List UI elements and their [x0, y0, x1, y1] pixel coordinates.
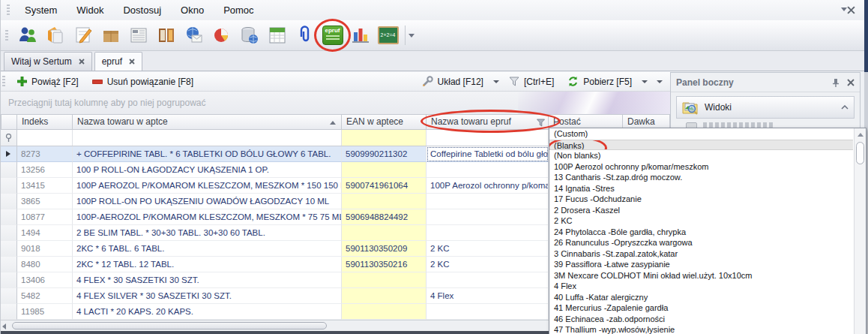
- cell-indeks[interactable]: 13415: [17, 178, 73, 194]
- cell-nazwa[interactable]: 100 P ROLL-ON ŁAGODZACY UKĄSZENIA 1 OP.: [73, 162, 342, 178]
- filter-dropdown-item[interactable]: 17 Fucus -Odchudzanie: [549, 194, 853, 205]
- cell-epruf[interactable]: 2 KC: [427, 241, 549, 257]
- filter-dropdown-item[interactable]: 3M Nexcare COLDHOT Mini okład wiel.użyt.…: [549, 270, 853, 281]
- documents-icon[interactable]: [41, 22, 69, 49]
- tab-close-icon[interactable]: [79, 59, 85, 65]
- cell-ean[interactable]: 5901130350209: [342, 241, 427, 257]
- cell-ean[interactable]: [342, 194, 427, 209]
- cell-indeks[interactable]: 13406: [17, 272, 73, 288]
- cell-indeks[interactable]: 5482: [17, 288, 73, 304]
- views-group-button[interactable]: Widoki: [676, 96, 855, 119]
- dropdown-scrollbar[interactable]: [854, 128, 866, 334]
- scroll-left-arrow-icon[interactable]: [2, 323, 6, 329]
- filter-dropdown-item[interactable]: (Custom): [549, 128, 853, 140]
- cell-indeks[interactable]: 8273: [17, 146, 73, 162]
- cell-nazwa[interactable]: 2 BE SLIM TABL. * 30+30 TABL. 30+30 60 T…: [73, 225, 342, 241]
- package-icon[interactable]: [97, 22, 124, 49]
- cell-indeks[interactable]: 8480: [17, 257, 73, 272]
- cell-ean[interactable]: [342, 288, 427, 304]
- pie-chart-icon[interactable]: [208, 22, 235, 49]
- bar-chart-icon[interactable]: [346, 22, 374, 49]
- side-panel-close-icon[interactable]: [847, 79, 855, 86]
- cell-epruf[interactable]: [427, 194, 549, 209]
- cell-nazwa[interactable]: + COFFEPIRINE TABL. * 6 TABLETKI OD BÓLU…: [73, 146, 342, 162]
- filter-dropdown-item[interactable]: 14 Ignatia -Stres: [549, 183, 853, 194]
- newspaper-icon[interactable]: [124, 22, 152, 49]
- toolbar-grip[interactable]: [5, 30, 8, 41]
- column-header-indeks[interactable]: Indeks: [17, 114, 73, 130]
- filter-dropdown-item[interactable]: 39 Passiflora -Łatwe zasypianie: [549, 259, 853, 270]
- column-header-ean-w-aptece[interactable]: EAN w aptece: [342, 114, 427, 130]
- layout-button[interactable]: Układ [F12]: [415, 74, 490, 90]
- filter-dropdown-item[interactable]: 4 Flex: [549, 281, 853, 292]
- menubar-overflow-arrow-icon[interactable]: [841, 8, 847, 11]
- epruf-icon[interactable]: epruf: [319, 22, 346, 49]
- database-globe-icon[interactable]: [235, 22, 263, 49]
- cell-ean[interactable]: [342, 162, 427, 178]
- column-header-nazwa-towaru-epruf[interactable]: Nazwa towaru epruf: [427, 114, 549, 130]
- document-tab[interactable]: epruf: [94, 52, 142, 71]
- fetch-dropdown-arrow-icon[interactable]: [642, 80, 648, 83]
- cell-ean[interactable]: 5900741961064: [342, 178, 427, 194]
- cell-ean[interactable]: 5909990211302: [342, 146, 427, 162]
- cell-indeks[interactable]: 11985: [17, 304, 73, 320]
- pin-icon[interactable]: [832, 78, 840, 87]
- tabstrip-close-icon[interactable]: [847, 6, 855, 14]
- cell-nazwa[interactable]: 100P AEROZOL P/KOMAROM KLESZCZOM, MESZKO…: [73, 178, 342, 194]
- cell-epruf[interactable]: [427, 209, 549, 225]
- catalog-icon[interactable]: [152, 22, 180, 49]
- filter-cell-ean[interactable]: [342, 130, 427, 146]
- cell-indeks[interactable]: 1494: [17, 225, 73, 241]
- filter-dropdown-item[interactable]: 24 Phytolacca -Bóle gardła, chrypka: [549, 227, 853, 238]
- filter-dropdown-item[interactable]: 40 Luffa -Katar alergiczny: [549, 292, 853, 303]
- cell-ean[interactable]: [342, 272, 427, 288]
- filter-dropdown-item[interactable]: 3 Cinnabaris -St.zapal.zatok,katar: [549, 248, 853, 260]
- toolbar-grip[interactable]: [7, 5, 10, 16]
- cell-epruf[interactable]: Coffepirine Tabletki od bólu głow: [427, 146, 549, 162]
- filter-cell-indeks[interactable]: [17, 130, 73, 146]
- cell-indeks[interactable]: 9018: [17, 241, 73, 257]
- cell-nazwa[interactable]: 100P-AEROZOL P/KOMAROM KLESZCZOM, MESZKO…: [73, 209, 342, 225]
- filter-dropdown-item[interactable]: (Blanks): [549, 140, 853, 151]
- menu-item[interactable]: Pomoc: [214, 2, 263, 19]
- filter-dropdown-item[interactable]: 2 Drosera -Kaszel: [549, 205, 853, 216]
- fetch-button[interactable]: Pobierz [F5]: [561, 74, 639, 90]
- cell-indeks[interactable]: 3865: [17, 194, 73, 209]
- unlink-button[interactable]: Usuń powiązanie [F8]: [85, 74, 200, 90]
- menu-item[interactable]: Okno: [171, 2, 214, 19]
- link-button[interactable]: Powiąż [F2]: [10, 74, 85, 90]
- layout-dropdown-arrow-icon[interactable]: [493, 80, 499, 83]
- notes-icon[interactable]: [69, 22, 97, 49]
- horizontal-scrollbar-thumb[interactable]: [12, 322, 327, 329]
- toolbar-overflow-arrow-icon[interactable]: [409, 34, 415, 38]
- filter-dropdown-item[interactable]: 26 Ranunculus -Opryszczka wargowa: [549, 237, 853, 248]
- cell-nazwa[interactable]: 4 FLEX * 30 SASZETKI 30 SZT.: [73, 272, 342, 288]
- cell-epruf[interactable]: 4 Flex: [427, 288, 549, 304]
- filter-cell-epruf[interactable]: [427, 130, 549, 146]
- scroll-up-arrow-icon[interactable]: [858, 133, 864, 137]
- cell-ean[interactable]: [342, 225, 427, 241]
- cell-indeks[interactable]: 13256: [17, 162, 73, 178]
- filter-dropdown-item[interactable]: (Non blanks): [549, 150, 853, 161]
- filter-button[interactable]: [Ctrl+E]: [502, 74, 561, 90]
- cmdbar-overflow-arrow-icon[interactable]: [657, 80, 663, 83]
- users-icon[interactable]: [13, 22, 41, 49]
- menu-item[interactable]: System: [15, 2, 67, 19]
- calendar-icon[interactable]: [263, 22, 291, 49]
- cell-nazwa[interactable]: 4 LACTI * 20 KAPS. 20 KAPS.: [73, 304, 342, 320]
- filter-cell-nazwa[interactable]: [73, 130, 342, 146]
- cell-ean[interactable]: 5901130350216: [342, 257, 427, 272]
- cell-nazwa[interactable]: 2KC * 6 TABL. 6 TABL.: [73, 241, 342, 257]
- filter-dropdown-item[interactable]: 47 Thallium -wyp.włosów,łysienie: [549, 324, 853, 334]
- cell-nazwa[interactable]: 4 FLEX SILVER * 30 SASZETKI 30 SZT.: [73, 288, 342, 304]
- cell-nazwa[interactable]: 100P ROLL-ON PO UKĄSZENIU OWADÓW ŁAGODZA…: [73, 194, 342, 209]
- cell-nazwa[interactable]: 2KC * 12 TABL. 12 TABL.: [73, 257, 342, 272]
- blackboard-icon[interactable]: 2+2=4: [374, 22, 402, 49]
- cell-epruf[interactable]: [427, 162, 549, 178]
- mail-globe-icon[interactable]: [180, 22, 208, 49]
- cell-epruf[interactable]: [427, 272, 549, 288]
- cell-ean[interactable]: 5906948824492: [342, 209, 427, 225]
- cell-indeks[interactable]: 10877: [17, 209, 73, 225]
- collapse-chevron-icon[interactable]: [841, 105, 849, 110]
- filter-dropdown-item[interactable]: 2 KC: [549, 215, 853, 227]
